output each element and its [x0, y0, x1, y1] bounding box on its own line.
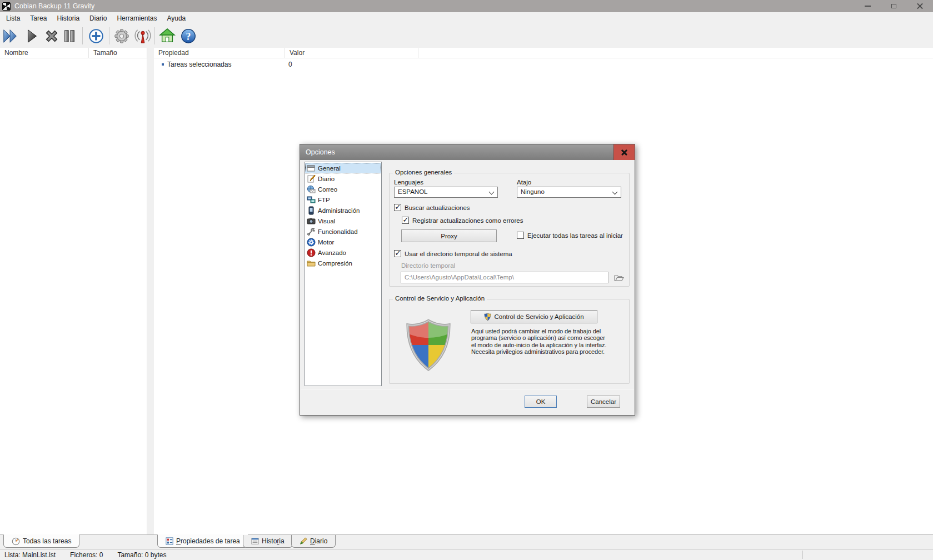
nav-item-label: Correo [318, 186, 337, 193]
nav-item-funcionalidad[interactable]: Funcionalidad [305, 226, 381, 237]
shortcut-select[interactable]: Ninguno [517, 187, 621, 198]
pause-button[interactable] [60, 27, 79, 46]
chevron-down-icon [489, 189, 495, 195]
help-icon: ? [180, 28, 197, 44]
tab-label: Todas las tareas [23, 537, 71, 545]
checkbox-label: Ejecutar todas las tareas al iniciar [527, 232, 623, 239]
tab-historia[interactable]: Historia [243, 535, 293, 548]
tab-diario[interactable]: Diario [291, 535, 336, 548]
service-control-button-label: Control de Servicio y Aplicación [494, 313, 583, 320]
table-row[interactable]: Tareas seleccionadas 0 [154, 60, 933, 69]
proxy-button-label: Proxy [441, 233, 457, 239]
tab-propiedades-de-tarea[interactable]: Propiedades de tarea [157, 534, 248, 548]
minimize-button[interactable] [855, 0, 881, 12]
chevron-down-icon [612, 189, 618, 195]
nav-item-label: Funcionalidad [318, 228, 358, 235]
group-title: Control de Servicio y Aplicación [393, 295, 487, 302]
toolbar-separator [109, 27, 109, 44]
minimize-icon [865, 6, 871, 7]
home-icon [159, 28, 176, 44]
cancel-button-label: Cancelar [591, 398, 616, 405]
app-logo-icon [2, 2, 11, 11]
dialog-close-icon [621, 149, 627, 156]
column-header-filler [418, 48, 933, 58]
checkbox-box [394, 204, 401, 211]
menu-item-diario[interactable]: Diario [84, 13, 112, 24]
options-nav-list: General Diario Correo [305, 162, 382, 386]
dialog-close-button[interactable] [613, 144, 635, 160]
help-button[interactable]: ? [179, 27, 198, 46]
pencil-icon [300, 537, 307, 545]
menu-item-tarea[interactable]: Tarea [25, 13, 52, 24]
nav-item-label: Administración [318, 207, 360, 214]
temp-directory-input[interactable]: C:\Users\Agusto\AppData\Local\Temp\ [401, 272, 608, 283]
toolbar-separator [154, 27, 155, 44]
checkbox-box [402, 217, 409, 224]
window-titlebar: Cobian Backup 11 Gravity [0, 0, 933, 12]
log-updates-as-errors-checkbox[interactable]: Registrar actualizaciones como errores [402, 217, 523, 224]
menu-item-ayuda[interactable]: Ayuda [162, 13, 191, 24]
column-header-valor[interactable]: Valor [285, 48, 418, 58]
tab-todas-las-tareas[interactable]: Todas las tareas [3, 534, 79, 548]
task-properties-icon [166, 537, 173, 545]
application-window: Cobian Backup 11 Gravity Lista Tarea His… [0, 0, 933, 560]
cancel-dialog-button[interactable]: Cancelar [587, 396, 620, 408]
column-header-propiedad[interactable]: Propiedad [154, 48, 285, 58]
pane-splitter[interactable] [147, 48, 154, 549]
browse-folder-button[interactable] [613, 273, 625, 283]
new-task-button[interactable] [87, 27, 106, 46]
close-button[interactable] [907, 0, 933, 12]
nav-item-compresion[interactable]: Compresión [305, 258, 381, 268]
nav-item-diario[interactable]: Diario [305, 173, 381, 184]
cancel-button[interactable] [42, 27, 61, 46]
window-title: Cobian Backup 11 Gravity [14, 2, 94, 10]
menu-item-herramientas[interactable]: Herramientas [112, 13, 162, 24]
ok-button[interactable]: OK [525, 396, 557, 408]
history-list-icon [251, 537, 259, 545]
check-updates-checkbox[interactable]: Buscar actualizaciones [394, 204, 470, 211]
options-button[interactable] [112, 27, 131, 46]
run-all-tasks-button[interactable] [1, 27, 20, 46]
run-all-tasks-at-start-checkbox[interactable]: Ejecutar todas las tareas al iniciar [517, 232, 623, 239]
shortcut-label: Atajo [517, 179, 531, 186]
nav-item-label: Compresión [318, 260, 352, 267]
remote-button[interactable] [133, 27, 152, 46]
pause-icon [61, 28, 78, 44]
service-control-group: Control de Servicio y Aplicación [389, 299, 630, 384]
uac-shield-icon [484, 313, 491, 321]
menu-item-lista[interactable]: Lista [1, 13, 25, 24]
nav-item-administracion[interactable]: Administración [305, 205, 381, 216]
home-button[interactable] [158, 27, 177, 46]
run-task-button[interactable] [22, 27, 41, 46]
clock-icon [12, 537, 20, 546]
menu-item-historia[interactable]: Historia [52, 13, 84, 24]
language-select[interactable]: ESPANOL [394, 187, 498, 198]
engine-gear-icon [307, 238, 316, 247]
nav-item-correo[interactable]: Correo [305, 184, 381, 194]
nav-item-label: Avanzado [318, 249, 346, 256]
task-list-pane[interactable] [0, 58, 147, 534]
column-header-tamano[interactable]: Tamaño [89, 48, 147, 58]
nav-item-ftp[interactable]: FTP [305, 194, 381, 205]
restore-button[interactable] [881, 0, 907, 12]
nav-item-visual[interactable]: Visual [305, 216, 381, 226]
folder-icon [307, 259, 316, 268]
nav-item-general[interactable]: General [305, 163, 381, 173]
statusbar-divider [802, 551, 803, 559]
checkbox-box [394, 250, 401, 257]
temp-directory-label: Directorio temporal [401, 262, 455, 269]
nav-item-motor[interactable]: Motor [305, 237, 381, 247]
use-system-temp-checkbox[interactable]: Usar el directorio temporal de sistema [394, 250, 512, 257]
dialog-title: Opciones [306, 148, 335, 156]
nav-item-avanzado[interactable]: Avanzado [305, 247, 381, 258]
column-header-nombre[interactable]: Nombre [0, 48, 89, 58]
device-icon [307, 206, 316, 215]
close-icon [916, 3, 924, 10]
proxy-button[interactable]: Proxy [401, 229, 497, 242]
ok-button-label: OK [536, 398, 546, 405]
general-options-group: Opciones generales Lenguajes ESPANOL Ata… [389, 173, 630, 287]
service-control-button[interactable]: Control de Servicio y Aplicación [471, 310, 597, 323]
status-total-size: Tamaño: 0 bytes [117, 551, 166, 559]
statusbar: Lista: MainList.lst Ficheros: 0 Tamaño: … [0, 549, 933, 560]
menubar: Lista Tarea Historia Diario Herramientas… [0, 12, 933, 24]
